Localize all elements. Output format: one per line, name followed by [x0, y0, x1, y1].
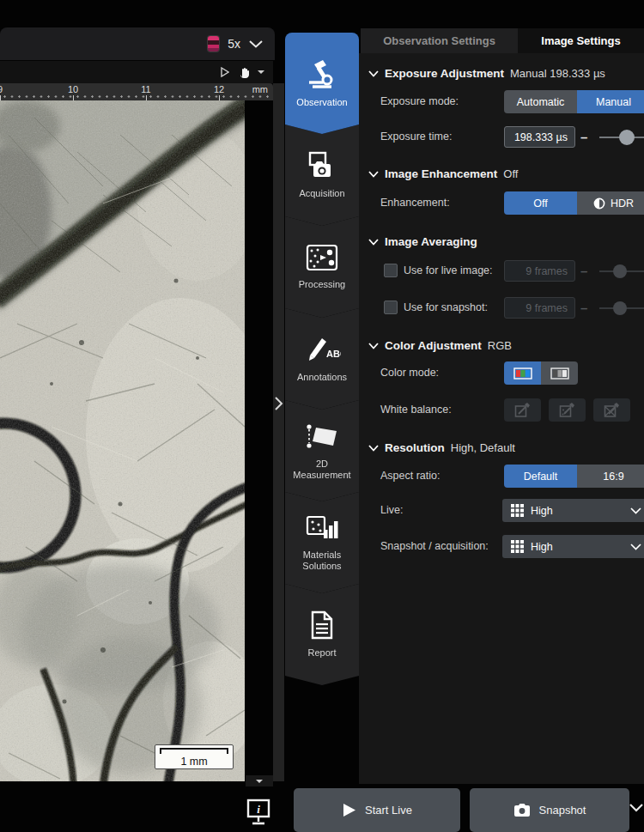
ribbon-tab-label: 2D Measurement	[293, 459, 350, 481]
snapshot-button[interactable]: Snapshot	[470, 788, 629, 832]
aspect-ratio-label: Aspect ratio:	[380, 465, 440, 488]
white-balance-area-button[interactable]	[549, 398, 586, 422]
live-frames-decrement[interactable]: –	[580, 259, 587, 282]
expand-right-icon[interactable]	[274, 396, 283, 411]
horizontal-ruler: 9 10 11 12 mm	[0, 83, 273, 100]
ruler-tick-label: 12	[214, 84, 224, 94]
footer-expand-icon[interactable]	[629, 804, 643, 812]
chevron-down-icon[interactable]	[249, 40, 263, 48]
slider-handle[interactable]	[619, 130, 635, 145]
ribbon-tab-materials-solutions[interactable]: Materials Solutions	[285, 492, 359, 593]
tab-image-settings[interactable]: Image Settings	[518, 28, 644, 53]
aspect-ratio-segmented: Default 16:9	[504, 465, 644, 488]
snapshot-frames-slider[interactable]	[599, 296, 644, 319]
tool-dropdown-icon[interactable]	[258, 70, 264, 74]
objective-lens-icon	[208, 36, 219, 52]
use-for-live-label: Use for live image:	[404, 259, 493, 282]
image-settings-panel: Exposure Adjustment Manual 198.333 µs Ex…	[359, 53, 644, 784]
chevron-down-icon	[368, 70, 379, 77]
ribbon-tab-2d-measurement[interactable]: 2D Measurement	[285, 400, 359, 501]
report-icon	[309, 610, 335, 640]
slider-handle[interactable]	[613, 264, 627, 278]
dropdown-value: High	[531, 505, 553, 517]
scale-bar-label: 1 mm	[155, 756, 233, 768]
section-image-averaging[interactable]: Image Averaging	[368, 235, 477, 248]
resolution-grid-icon	[511, 504, 524, 517]
live-image-viewport[interactable]: 1 mm	[0, 100, 245, 781]
scale-bar-bracket	[160, 748, 228, 754]
use-for-snapshot-label: Use for snapshot:	[404, 296, 488, 319]
section-status: High, Default	[451, 441, 515, 454]
section-title: Exposure Adjustment	[385, 67, 504, 80]
display-info-button[interactable]: i	[246, 799, 270, 827]
objective-selector[interactable]: 5x	[0, 27, 275, 60]
option-label: HDR	[611, 197, 634, 210]
eyedropper-area-icon	[559, 402, 575, 418]
slider-handle[interactable]	[613, 301, 627, 315]
live-frames-slider[interactable]	[599, 259, 644, 282]
materials-icon	[305, 514, 339, 542]
ribbon-tab-label: Annotations	[297, 372, 347, 383]
live-resolution-dropdown[interactable]: High	[502, 499, 644, 522]
enhancement-off[interactable]: Off	[504, 191, 577, 215]
chevron-down-icon	[630, 544, 641, 550]
aspect-default[interactable]: Default	[504, 465, 577, 488]
button-label: Snapshot	[539, 804, 586, 817]
scale-bar: 1 mm	[155, 744, 234, 769]
use-for-snapshot-checkbox[interactable]	[384, 301, 398, 314]
section-image-enhancement[interactable]: Image Enhancement Off	[368, 167, 518, 180]
annotation-pencil-icon: ABC	[303, 335, 341, 364]
white-balance-reset-button[interactable]	[593, 398, 630, 422]
microscope-icon	[306, 58, 338, 89]
snapshot-resolution-label: Snapshot / acquisition:	[380, 535, 489, 558]
ribbon-tab-label: Report	[307, 647, 336, 659]
panel-splitter[interactable]	[273, 83, 284, 781]
ribbon-tab-annotations[interactable]: ABC Annotations	[285, 308, 359, 410]
grayscale-icon	[550, 367, 569, 380]
svg-text:ABC: ABC	[326, 349, 341, 359]
ruler-unit: mm	[252, 84, 268, 94]
play-outline-icon[interactable]	[221, 67, 229, 77]
section-status: Manual 198.333 µs	[510, 67, 605, 80]
exposure-time-label: Exposure time:	[380, 125, 452, 149]
enhancement-hdr[interactable]: HDR	[577, 191, 644, 215]
exposure-mode-manual[interactable]: Manual	[577, 90, 644, 113]
use-for-live-checkbox[interactable]	[384, 264, 398, 277]
exposure-mode-automatic[interactable]: Automatic	[504, 90, 577, 113]
viewer-scroll-down-button[interactable]	[246, 775, 273, 786]
ribbon-tab-observation[interactable]: Observation	[285, 33, 359, 134]
color-mode-rgb-button[interactable]	[504, 361, 541, 385]
pan-hand-icon[interactable]	[237, 66, 250, 79]
ribbon-tab-label: Materials Solutions	[302, 550, 341, 572]
exposure-time-input[interactable]: 198.333 µs	[504, 126, 575, 148]
rgb-icon	[513, 367, 532, 380]
section-exposure-adjustment[interactable]: Exposure Adjustment Manual 198.333 µs	[368, 67, 605, 80]
ribbon-tab-acquisition[interactable]: Acquisition	[285, 124, 359, 226]
aspect-16-9[interactable]: 16:9	[577, 465, 644, 488]
eyedropper-icon	[514, 402, 531, 418]
exposure-decrement-button[interactable]: –	[580, 125, 587, 149]
ribbon-tab-label: Processing	[299, 279, 345, 290]
start-live-button[interactable]: Start Live	[294, 788, 460, 832]
dropdown-value: High	[531, 541, 553, 553]
chevron-down-icon	[630, 507, 641, 514]
section-status: RGB	[488, 339, 512, 352]
exposure-time-slider[interactable]	[599, 125, 644, 149]
snapshot-frames-decrement[interactable]: –	[580, 296, 587, 319]
section-color-adjustment[interactable]: Color Adjustment RGB	[368, 339, 512, 352]
app-window: 5x 9 10 11 12 mm	[0, 0, 644, 832]
chevron-down-icon	[368, 239, 379, 246]
live-resolution-label: Live:	[380, 499, 403, 522]
color-mode-grayscale-button[interactable]	[541, 361, 578, 385]
ribbon-tab-report[interactable]: Report	[285, 584, 359, 685]
ribbon-tab-processing[interactable]: Processing	[285, 216, 359, 318]
play-icon	[342, 803, 356, 817]
micrograph-image	[0, 100, 245, 781]
live-frames-input[interactable]: 9 frames	[504, 260, 575, 282]
tab-observation-settings[interactable]: Observation Settings	[361, 28, 518, 53]
snapshot-resolution-dropdown[interactable]: High	[502, 535, 644, 558]
section-resolution[interactable]: Resolution High, Default	[368, 441, 515, 454]
exposure-mode-label: Exposure mode:	[380, 90, 459, 113]
snapshot-frames-input[interactable]: 9 frames	[504, 297, 575, 319]
white-balance-pick-button[interactable]	[504, 398, 541, 422]
